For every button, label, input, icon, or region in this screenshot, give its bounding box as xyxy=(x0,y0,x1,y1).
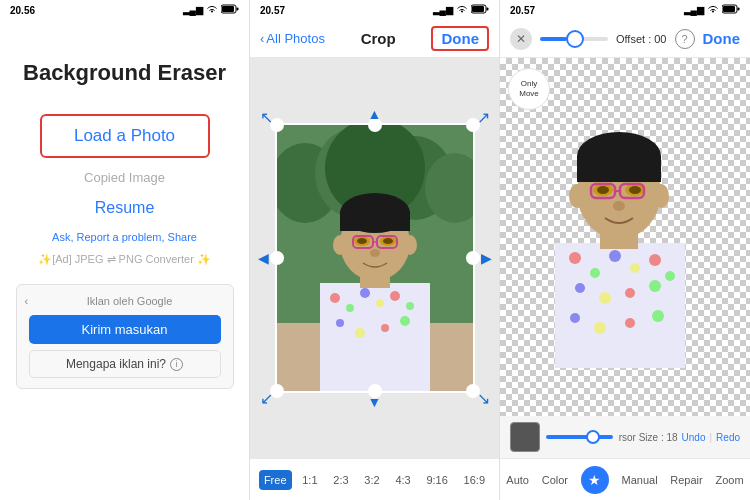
crop-handle-mid-left[interactable]: ◀ xyxy=(270,251,284,265)
svg-point-55 xyxy=(652,310,664,322)
repair-button[interactable]: Repair xyxy=(670,474,702,486)
svg-point-48 xyxy=(575,283,585,293)
ad-info-icon[interactable]: i xyxy=(170,358,183,371)
svg-point-50 xyxy=(625,288,635,298)
zoom-button[interactable]: Zoom xyxy=(715,474,743,486)
result-done-button[interactable]: Done xyxy=(703,30,741,47)
crop-handle-mid-right[interactable]: ▶ xyxy=(466,251,480,265)
resume-button[interactable]: Resume xyxy=(95,199,155,217)
crop-handle-top-right[interactable]: ↗ xyxy=(466,118,480,132)
star-button[interactable]: ★ xyxy=(581,466,609,494)
crop-handle-top-left[interactable]: ↖ xyxy=(270,118,284,132)
color-button[interactable]: Color xyxy=(542,474,568,486)
ad-google-label: Iklan oleh Google xyxy=(29,295,221,307)
redo-button[interactable]: Redo xyxy=(716,432,740,443)
crop-overlay: ↖ ↗ ↙ ↘ ◀ ▶ ▲ xyxy=(275,123,475,393)
status-time-2: 20.57 xyxy=(260,5,285,16)
nav-right-group: Offset : 00 ? Done xyxy=(616,29,740,49)
back-to-photos[interactable]: ‹ All Photos xyxy=(260,31,325,46)
help-button[interactable]: ? xyxy=(675,29,695,49)
links-row[interactable]: Ask, Report a problem, Share xyxy=(52,231,197,243)
offset-label: Offset : 00 xyxy=(616,33,667,45)
status-bar-2: 20.57 ▂▄▆ xyxy=(250,0,499,20)
manual-button[interactable]: Manual xyxy=(622,474,658,486)
crop-navbar: ‹ All Photos Crop Done xyxy=(250,20,499,58)
brush-slider-thumb[interactable] xyxy=(586,430,600,444)
status-icons-2: ▂▄▆ xyxy=(433,4,489,16)
chevron-left-icon: ‹ xyxy=(260,31,264,46)
result-image-area xyxy=(500,58,750,416)
auto-button[interactable]: Auto xyxy=(506,474,529,486)
result-toolbar: Auto Color ★ Manual Repair Zoom xyxy=(500,458,750,500)
ratio-3-2[interactable]: 3:2 xyxy=(359,470,384,490)
svg-rect-39 xyxy=(723,6,735,12)
ad-back-arrow[interactable]: ‹ xyxy=(25,295,29,307)
offset-slider-thumb[interactable] xyxy=(566,30,584,48)
crop-image-area: ↖ ↗ ↙ ↘ ◀ ▶ ▲ xyxy=(250,58,499,458)
svg-rect-1 xyxy=(222,6,234,12)
wifi-icon-2 xyxy=(456,4,468,16)
ratio-4-3[interactable]: 4:3 xyxy=(390,470,415,490)
brush-size-label: rsor Size : 18 xyxy=(619,432,678,443)
home-body: Background Eraser Load a Photo Copied Im… xyxy=(0,20,249,500)
svg-point-45 xyxy=(630,263,640,273)
ratio-2-3[interactable]: 2:3 xyxy=(328,470,353,490)
svg-point-46 xyxy=(649,254,661,266)
wifi-icon-3 xyxy=(707,4,719,16)
svg-rect-40 xyxy=(738,8,740,11)
offset-slider-fill xyxy=(540,37,567,41)
svg-point-44 xyxy=(609,250,621,262)
result-navbar: ✕ Offset : 00 ? Done xyxy=(500,20,750,58)
ad-send-button[interactable]: Kirim masukan xyxy=(29,315,221,344)
svg-point-67 xyxy=(569,184,585,208)
ad-why-label: Mengapa iklan ini? xyxy=(66,357,166,371)
svg-rect-4 xyxy=(472,6,484,12)
signal-icon-2: ▂▄▆ xyxy=(433,5,453,15)
crop-title: Crop xyxy=(361,30,396,47)
status-bar-3: 20.57 ▂▄▆ xyxy=(500,0,750,20)
crop-container[interactable]: ↖ ↗ ↙ ↘ ◀ ▶ ▲ xyxy=(275,123,475,393)
panel-home: 20.56 ▂▄▆ Background Eraser Load a Photo… xyxy=(0,0,250,500)
google-ad-box: ‹ Iklan oleh Google Kirim masukan Mengap… xyxy=(16,284,234,389)
signal-icon: ▂▄▆ xyxy=(183,5,203,15)
brush-slider-track[interactable] xyxy=(546,435,613,439)
svg-point-52 xyxy=(570,313,580,323)
wifi-icon xyxy=(206,4,218,16)
panel-result: 20.57 ▂▄▆ ✕ Offset : 00 ? Done xyxy=(500,0,750,500)
copied-image-label: Copied Image xyxy=(84,170,165,185)
ratio-16-9[interactable]: 16:9 xyxy=(459,470,490,490)
crop-handle-bottom-left[interactable]: ↙ xyxy=(270,384,284,398)
close-button[interactable]: ✕ xyxy=(510,28,532,50)
svg-rect-2 xyxy=(237,8,239,11)
ratio-free[interactable]: Free xyxy=(259,470,292,490)
battery-icon-2 xyxy=(471,4,489,16)
brush-preview xyxy=(510,422,540,452)
app-title: Background Eraser xyxy=(23,60,226,86)
svg-point-53 xyxy=(594,322,606,334)
all-photos-label: All Photos xyxy=(266,31,325,46)
status-icons-3: ▂▄▆ xyxy=(684,4,740,16)
battery-icon-3 xyxy=(722,4,740,16)
only-move-button[interactable]: OnlyMove xyxy=(508,68,550,110)
ratio-1-1[interactable]: 1:1 xyxy=(297,470,322,490)
ad-why-row[interactable]: Mengapa iklan ini? i xyxy=(29,350,221,378)
crop-handle-top-mid[interactable]: ▲ xyxy=(368,118,382,132)
svg-point-42 xyxy=(569,252,581,264)
crop-ratio-bar: Free 1:1 2:3 3:2 4:3 9:16 16:9 xyxy=(250,458,499,500)
load-photo-button[interactable]: Load a Photo xyxy=(40,114,210,158)
battery-icon xyxy=(221,4,239,16)
status-icons-1: ▂▄▆ xyxy=(183,4,239,16)
svg-point-62 xyxy=(597,186,609,194)
status-time-1: 20.56 xyxy=(10,5,35,16)
panel-crop: 20.57 ▂▄▆ ‹ All Photos Crop Done xyxy=(250,0,500,500)
ratio-9-16[interactable]: 9:16 xyxy=(421,470,452,490)
crop-handle-bottom-right[interactable]: ↘ xyxy=(466,384,480,398)
crop-handle-bottom-mid[interactable]: ▼ xyxy=(368,384,382,398)
svg-point-63 xyxy=(629,186,641,194)
crop-done-button[interactable]: Done xyxy=(431,26,489,51)
undo-redo-group: Undo | Redo xyxy=(682,432,740,443)
undo-button[interactable]: Undo xyxy=(682,432,706,443)
offset-slider-track[interactable] xyxy=(540,37,608,41)
svg-point-47 xyxy=(665,271,675,281)
ad-label: ✨[Ad] JPEG ⇌ PNG Converter ✨ xyxy=(38,253,211,266)
